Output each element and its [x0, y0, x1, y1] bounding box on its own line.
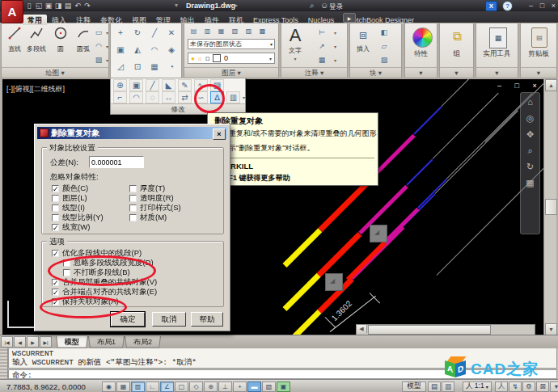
- save-icon[interactable]: ▣: [44, 1, 53, 11]
- dialog-close-button[interactable]: ×: [213, 129, 226, 140]
- trim-icon[interactable]: ╱: [148, 27, 161, 38]
- checkbox[interactable]: [129, 214, 137, 221]
- horizontal-scroll-thumb[interactable]: [368, 325, 491, 335]
- layout-tab-3[interactable]: 布局2: [125, 335, 161, 348]
- zoom-icon[interactable]: ⌕: [527, 146, 532, 155]
- ribbon-tab-11[interactable]: Nucleus: [303, 15, 340, 26]
- tab-nav-icon-1[interactable]: |◀: [1, 336, 13, 348]
- group-panel-label[interactable]: ▾: [440, 67, 473, 78]
- checkbox[interactable]: [129, 195, 137, 202]
- edit-polyline-icon[interactable]: ✎: [178, 79, 192, 91]
- steering-wheel-icon[interactable]: ◎: [526, 114, 535, 123]
- break-at-point-icon[interactable]: ◌: [146, 91, 159, 103]
- hatch-tool-icon[interactable]: ▨: [92, 54, 105, 65]
- circle-tool[interactable]: 圆: [50, 26, 71, 66]
- layer-lock-icon[interactable]: ◘: [205, 55, 209, 62]
- move-icon[interactable]: +: [114, 27, 127, 38]
- rotate-icon[interactable]: ↻: [131, 27, 144, 38]
- minimize-button[interactable]: –: [526, 1, 536, 10]
- dimension-icon[interactable]: ⊢: [311, 27, 333, 38]
- doc-flyout-arrow-icon[interactable]: ▸: [235, 2, 238, 9]
- selection-cycling-toggle[interactable]: ▣: [277, 381, 290, 392]
- dynamic-ucs-toggle[interactable]: ⊥: [218, 381, 232, 392]
- exchange-apps-icon[interactable]: X: [485, 1, 497, 11]
- screencast-icon[interactable]: ▶: [343, 13, 356, 23]
- layout-tab-1[interactable]: 模型: [56, 335, 88, 348]
- checkbox[interactable]: ✓: [52, 185, 59, 192]
- ellipse-tool-icon[interactable]: ◠: [92, 40, 105, 52]
- clipboard-icon[interactable]: ▤: [531, 27, 547, 48]
- checkbox[interactable]: ✓: [52, 289, 59, 296]
- ribbon-tab-2[interactable]: 插入: [47, 15, 71, 25]
- help-icon[interactable]: ?: [502, 1, 513, 11]
- ribbon-tab-8[interactable]: 插件: [200, 15, 224, 25]
- object-snap-tracking-toggle[interactable]: ⊕: [204, 381, 218, 392]
- navigation-bar[interactable]: ⌂◎✥⌕↻▦: [520, 92, 540, 234]
- orbit-icon[interactable]: ↻: [526, 162, 534, 171]
- set-base-point-icon[interactable]: ⊕: [113, 79, 127, 91]
- multileader-icon[interactable]: ↗: [311, 40, 333, 52]
- checkbox[interactable]: [52, 204, 59, 212]
- erase-icon[interactable]: ✕: [165, 27, 178, 38]
- close-button[interactable]: ×: [548, 1, 558, 10]
- restore-button[interactable]: □: [537, 1, 547, 10]
- properties-color-wheel-icon[interactable]: [412, 27, 433, 48]
- flyout-dropdown-icon[interactable]: ▾: [243, 91, 245, 103]
- horizontal-scrollbar[interactable]: ◀: [356, 324, 535, 335]
- scroll-left-icon[interactable]: ◀: [357, 325, 367, 333]
- save-as-icon[interactable]: ◨: [53, 1, 63, 11]
- raster-image-frame[interactable]: [370, 225, 387, 242]
- vertical-scroll-thumb[interactable]: [545, 199, 557, 215]
- scroll-down-icon[interactable]: ▼: [545, 323, 557, 335]
- group-icon[interactable]: ⧉: [448, 27, 466, 45]
- viewport-controls-label[interactable]: [-][俯视][二维线框]: [6, 84, 65, 95]
- ribbon-tab-4[interactable]: 参数化: [95, 15, 127, 25]
- chevron-down-icon[interactable]: ▾: [106, 44, 108, 49]
- workspace-dropdown-arrow-icon[interactable]: ▾: [175, 2, 178, 9]
- chevron-down-icon[interactable]: ▾: [334, 57, 336, 63]
- polyline-tool[interactable]: 多段线: [26, 26, 47, 66]
- ribbon-tab-3[interactable]: 注释: [71, 15, 95, 25]
- align-icon[interactable]: ⌐: [113, 91, 127, 103]
- pan-icon[interactable]: ✥: [526, 130, 534, 139]
- scale-icon[interactable]: ⊡: [131, 61, 144, 72]
- offset-icon[interactable]: ◔: [165, 61, 178, 72]
- dialog-title-bar[interactable]: 删除重复对象 ×: [37, 127, 227, 139]
- object-snap-toggle[interactable]: ▢: [175, 381, 188, 392]
- chevron-down-icon[interactable]: ▾: [106, 57, 108, 63]
- ribbon-tab-5[interactable]: 视图: [127, 15, 151, 25]
- checkbox[interactable]: [52, 195, 59, 202]
- ribbon-tab-7[interactable]: 输出: [175, 15, 200, 25]
- checkbox[interactable]: ✓: [52, 224, 59, 231]
- raster-image-frame[interactable]: [325, 273, 343, 291]
- new-file-icon[interactable]: ▯: [24, 1, 34, 11]
- auto-annotation-icon[interactable]: ↯: [509, 381, 522, 392]
- quick-view-layouts-icon[interactable]: ▥: [442, 381, 454, 392]
- break-icon[interactable]: ◠: [129, 91, 143, 103]
- draw-order-icon[interactable]: ▥: [226, 91, 240, 103]
- checkbox[interactable]: [129, 185, 137, 192]
- block-panel-label[interactable]: 块 ▾: [350, 67, 401, 78]
- layer-dropdown[interactable]: ●☼◘ 0 ▾: [188, 53, 275, 64]
- copy-nested-icon[interactable]: ▣: [129, 79, 143, 91]
- calculator-icon[interactable]: ▦: [489, 27, 507, 48]
- measure-icon[interactable]: ╱: [146, 79, 159, 91]
- toolbar-lock-icon[interactable]: ⊠: [536, 381, 549, 392]
- text-tool[interactable]: A 文字 ▾: [285, 26, 306, 66]
- edit-attribute-icon[interactable]: ◧: [378, 27, 391, 38]
- layer-lock-tool-icon[interactable]: ▨: [243, 26, 255, 36]
- reverse-icon[interactable]: ⇄: [178, 91, 192, 103]
- chevron-down-icon[interactable]: ▾: [334, 30, 336, 36]
- utilities-panel-label[interactable]: ▾: [476, 67, 518, 78]
- ortho-mode-toggle[interactable]: ∟: [146, 381, 159, 392]
- tab-nav-icon-4[interactable]: ▶|: [40, 336, 52, 348]
- explode-icon[interactable]: ◈: [165, 44, 178, 55]
- layer-isolate-icon[interactable]: ▦: [215, 26, 227, 36]
- erase-nested-icon[interactable]: ◣: [162, 79, 175, 91]
- layout-icon[interactable]: ▤: [428, 381, 441, 392]
- user-icon[interactable]: ☺: [320, 1, 328, 10]
- checkbox[interactable]: [129, 204, 137, 212]
- properties-panel-label[interactable]: ▾: [405, 67, 437, 78]
- table-icon[interactable]: ▦: [311, 54, 333, 65]
- fillet-icon[interactable]: ◠: [148, 44, 161, 55]
